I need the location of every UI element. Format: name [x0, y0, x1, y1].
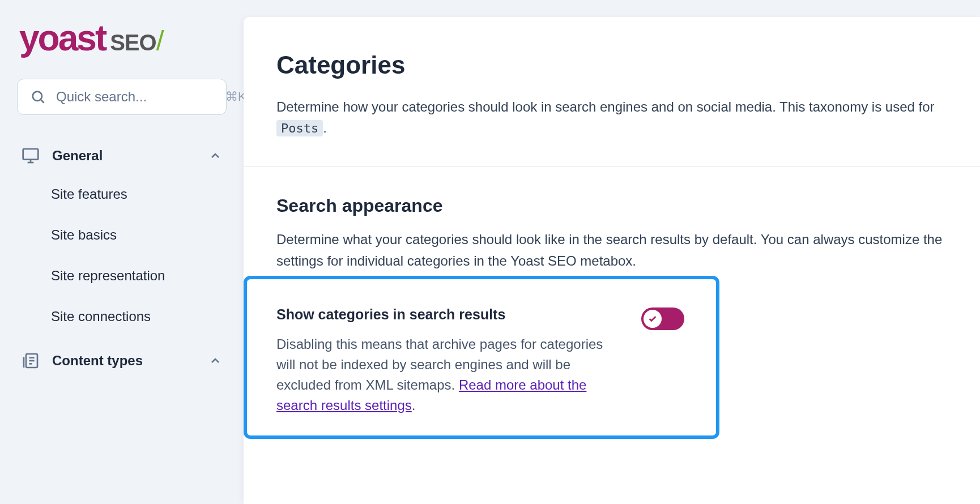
logo: yoast SEO /	[17, 17, 227, 59]
page-header: Categories Determine how your categories…	[244, 17, 980, 167]
setting-description: Disabling this means that archive pages …	[276, 334, 619, 416]
nav-header-general[interactable]: General	[17, 138, 227, 174]
logo-slash: /	[156, 24, 163, 57]
chevron-up-icon	[208, 149, 222, 163]
nav-item-site-representation[interactable]: Site representation	[51, 255, 227, 296]
logo-brand-text: yoast	[19, 17, 105, 59]
svg-rect-2	[23, 149, 39, 160]
nav-section-content-types: Content types	[17, 343, 227, 379]
show-categories-toggle[interactable]	[641, 307, 684, 330]
page-description: Determine how your categories should loo…	[276, 96, 947, 138]
show-categories-setting: Show categories in search results Disabl…	[276, 306, 684, 416]
setting-desc-post: .	[412, 398, 416, 413]
desktop-icon	[22, 147, 40, 165]
toggle-knob	[644, 310, 662, 328]
code-inline-posts: Posts	[276, 120, 323, 136]
search-input[interactable]	[56, 89, 225, 105]
highlight-box: Show categories in search results Disabl…	[244, 276, 719, 439]
section-title: Search appearance	[276, 195, 947, 216]
nav-header-label: General	[52, 148, 208, 164]
nav-item-site-features[interactable]: Site features	[51, 174, 227, 215]
document-icon	[22, 352, 40, 370]
nav-items-general: Site features Site basics Site represent…	[17, 174, 227, 337]
main-content: Categories Determine how your categories…	[244, 17, 980, 504]
nav-header-content-types[interactable]: Content types	[17, 343, 227, 379]
page-title: Categories	[276, 51, 947, 79]
search-appearance-section: Search appearance Determine what your ca…	[244, 167, 980, 438]
sidebar: yoast SEO / ⌘K General Site features Si	[0, 0, 244, 504]
nav-item-site-basics[interactable]: Site basics	[51, 215, 227, 255]
search-icon	[30, 89, 46, 105]
svg-point-0	[33, 92, 42, 101]
logo-product-text: SEO	[110, 30, 156, 55]
search-box[interactable]: ⌘K	[17, 79, 227, 115]
chevron-up-icon	[208, 354, 222, 368]
section-description: Determine what your categories should lo…	[276, 229, 947, 271]
nav-header-label: Content types	[52, 353, 208, 369]
nav-item-site-connections[interactable]: Site connections	[51, 296, 227, 337]
page-description-post: .	[323, 120, 327, 135]
nav-section-general: General Site features Site basics Site r…	[17, 138, 227, 337]
setting-label: Show categories in search results	[276, 306, 619, 323]
check-icon	[648, 314, 657, 323]
setting-text: Show categories in search results Disabl…	[276, 306, 619, 416]
page-description-text: Determine how your categories should loo…	[276, 99, 935, 114]
svg-line-1	[41, 100, 44, 103]
